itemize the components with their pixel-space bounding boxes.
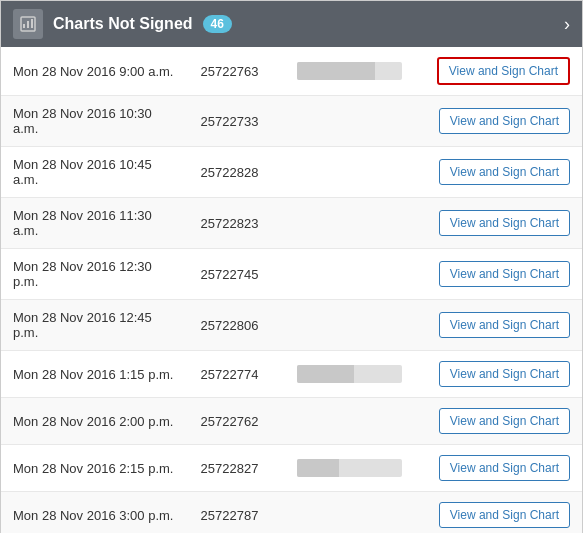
id-cell: 25722762 bbox=[189, 398, 285, 445]
table-row: Mon 28 Nov 2016 2:00 p.m.25722762View an… bbox=[1, 398, 582, 445]
chart-icon bbox=[13, 9, 43, 39]
view-sign-chart-button[interactable]: View and Sign Chart bbox=[439, 312, 570, 338]
bar-cell bbox=[285, 300, 414, 351]
widget-header: Charts Not Signed 46 › bbox=[1, 1, 582, 47]
view-sign-chart-button[interactable]: View and Sign Chart bbox=[439, 455, 570, 481]
action-cell: View and Sign Chart bbox=[414, 47, 582, 96]
bar-cell bbox=[285, 249, 414, 300]
progress-bar bbox=[297, 62, 402, 80]
bar-cell bbox=[285, 147, 414, 198]
id-cell: 25722774 bbox=[189, 351, 285, 398]
view-sign-chart-button[interactable]: View and Sign Chart bbox=[439, 210, 570, 236]
view-sign-chart-button[interactable]: View and Sign Chart bbox=[437, 57, 570, 85]
date-cell: Mon 28 Nov 2016 3:00 p.m. bbox=[1, 492, 189, 534]
table-row: Mon 28 Nov 2016 2:15 p.m.25722827View an… bbox=[1, 445, 582, 492]
view-sign-chart-button[interactable]: View and Sign Chart bbox=[439, 361, 570, 387]
bar-cell bbox=[285, 445, 414, 492]
view-sign-chart-button[interactable]: View and Sign Chart bbox=[439, 159, 570, 185]
charts-not-signed-widget: Charts Not Signed 46 › Mon 28 Nov 2016 9… bbox=[0, 0, 583, 533]
bar-cell bbox=[285, 198, 414, 249]
id-cell: 25722827 bbox=[189, 445, 285, 492]
id-cell: 25722787 bbox=[189, 492, 285, 534]
date-cell: Mon 28 Nov 2016 9:00 a.m. bbox=[1, 47, 189, 96]
table-row: Mon 28 Nov 2016 12:45 p.m.25722806View a… bbox=[1, 300, 582, 351]
action-cell: View and Sign Chart bbox=[414, 492, 582, 534]
table-row: Mon 28 Nov 2016 11:30 a.m.25722823View a… bbox=[1, 198, 582, 249]
id-cell: 25722806 bbox=[189, 300, 285, 351]
header-left: Charts Not Signed 46 bbox=[13, 9, 232, 39]
table-row: Mon 28 Nov 2016 1:15 p.m.25722774View an… bbox=[1, 351, 582, 398]
view-sign-chart-button[interactable]: View and Sign Chart bbox=[439, 261, 570, 287]
bar-cell bbox=[285, 96, 414, 147]
date-cell: Mon 28 Nov 2016 2:00 p.m. bbox=[1, 398, 189, 445]
table-row: Mon 28 Nov 2016 10:30 a.m.25722733View a… bbox=[1, 96, 582, 147]
id-cell: 25722828 bbox=[189, 147, 285, 198]
action-cell: View and Sign Chart bbox=[414, 249, 582, 300]
id-cell: 25722745 bbox=[189, 249, 285, 300]
bar-cell bbox=[285, 398, 414, 445]
charts-table: Mon 28 Nov 2016 9:00 a.m.25722763View an… bbox=[1, 47, 582, 533]
table-row: Mon 28 Nov 2016 12:30 p.m.25722745View a… bbox=[1, 249, 582, 300]
id-cell: 25722733 bbox=[189, 96, 285, 147]
view-sign-chart-button[interactable]: View and Sign Chart bbox=[439, 408, 570, 434]
date-cell: Mon 28 Nov 2016 11:30 a.m. bbox=[1, 198, 189, 249]
bar-cell bbox=[285, 351, 414, 398]
table-row: Mon 28 Nov 2016 9:00 a.m.25722763View an… bbox=[1, 47, 582, 96]
progress-bar bbox=[297, 365, 402, 383]
bar-cell bbox=[285, 47, 414, 96]
count-badge: 46 bbox=[203, 15, 232, 33]
bar-cell bbox=[285, 492, 414, 534]
action-cell: View and Sign Chart bbox=[414, 147, 582, 198]
action-cell: View and Sign Chart bbox=[414, 300, 582, 351]
action-cell: View and Sign Chart bbox=[414, 96, 582, 147]
action-cell: View and Sign Chart bbox=[414, 445, 582, 492]
date-cell: Mon 28 Nov 2016 12:45 p.m. bbox=[1, 300, 189, 351]
date-cell: Mon 28 Nov 2016 12:30 p.m. bbox=[1, 249, 189, 300]
table-row: Mon 28 Nov 2016 10:45 a.m.25722828View a… bbox=[1, 147, 582, 198]
action-cell: View and Sign Chart bbox=[414, 351, 582, 398]
table-row: Mon 28 Nov 2016 3:00 p.m.25722787View an… bbox=[1, 492, 582, 534]
action-cell: View and Sign Chart bbox=[414, 398, 582, 445]
date-cell: Mon 28 Nov 2016 10:30 a.m. bbox=[1, 96, 189, 147]
date-cell: Mon 28 Nov 2016 1:15 p.m. bbox=[1, 351, 189, 398]
expand-chevron[interactable]: › bbox=[564, 14, 570, 35]
view-sign-chart-button[interactable]: View and Sign Chart bbox=[439, 502, 570, 528]
date-cell: Mon 28 Nov 2016 2:15 p.m. bbox=[1, 445, 189, 492]
action-cell: View and Sign Chart bbox=[414, 198, 582, 249]
id-cell: 25722823 bbox=[189, 198, 285, 249]
progress-bar bbox=[297, 459, 402, 477]
id-cell: 25722763 bbox=[189, 47, 285, 96]
view-sign-chart-button[interactable]: View and Sign Chart bbox=[439, 108, 570, 134]
date-cell: Mon 28 Nov 2016 10:45 a.m. bbox=[1, 147, 189, 198]
widget-title: Charts Not Signed bbox=[53, 15, 193, 33]
